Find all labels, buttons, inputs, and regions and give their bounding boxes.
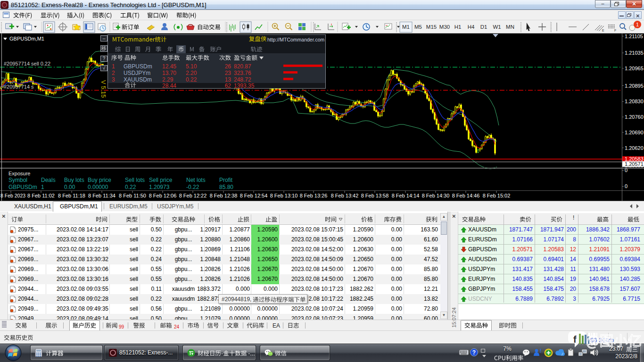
svg-text:0.22: 0.22 <box>125 184 136 190</box>
svg-text:#20957714 sell 0.22: #20957714 sell 0.22 <box>4 61 50 66</box>
svg-text:#20957714 s: #20957714 s <box>4 84 34 90</box>
svg-text:8 Feb 11:18: 8 Feb 11:18 <box>58 193 85 198</box>
svg-text:8 Feb 12:54: 8 Feb 12:54 <box>240 193 268 198</box>
svg-text:H1: H1 <box>454 24 462 30</box>
svg-text:M5: M5 <box>414 24 422 30</box>
svg-text:1: 1 <box>636 22 639 27</box>
svg-text:Symbol: Symbol <box>8 177 27 183</box>
svg-text:0.00000: 0.00000 <box>88 184 108 190</box>
svg-text:1.20965: 1.20965 <box>625 66 644 71</box>
svg-text:0: 0 <box>625 167 627 173</box>
svg-text:MN: MN <box>506 24 514 30</box>
svg-text:1.20690: 1.20690 <box>625 130 644 135</box>
svg-text:M1: M1 <box>402 24 410 30</box>
svg-text:8 Feb 12:38: 8 Feb 12:38 <box>210 193 238 198</box>
svg-text:8 Feb 13:26: 8 Feb 13:26 <box>300 193 328 198</box>
svg-text:8 Feb 12:06: 8 Feb 12:06 <box>149 193 177 198</box>
svg-text:1.21035: 1.21035 <box>625 50 644 56</box>
svg-text:8 Feb 15:02: 8 Feb 15:02 <box>483 193 511 198</box>
svg-text:GBPUSDm,M1: GBPUSDm,M1 <box>9 36 44 41</box>
svg-text:?: ? <box>472 349 476 356</box>
svg-text:8 Feb 11:50: 8 Feb 11:50 <box>119 193 146 198</box>
svg-text:1.20973: 1.20973 <box>149 184 170 190</box>
svg-text:GBPUSDm: GBPUSDm <box>8 184 37 190</box>
svg-text:E: E <box>602 29 604 32</box>
svg-text:1.20571: 1.20571 <box>625 161 644 167</box>
svg-text:!: ! <box>540 348 541 354</box>
svg-text:M30: M30 <box>439 24 450 30</box>
svg-text:W1: W1 <box>493 24 501 30</box>
svg-text:F: F <box>614 29 616 32</box>
svg-text:Exposure: Exposure <box>8 171 30 176</box>
svg-text:Sell lots: Sell lots <box>125 177 145 183</box>
svg-text:1: 1 <box>41 184 44 190</box>
svg-text:8 Feb 13:58: 8 Feb 13:58 <box>361 193 389 198</box>
svg-text:Deals: Deals <box>41 177 56 183</box>
svg-text:8 Feb 11:02: 8 Feb 11:02 <box>27 193 55 198</box>
svg-text:8 Feb 14:14: 8 Feb 14:14 <box>392 193 420 198</box>
svg-text:1.21105: 1.21105 <box>625 33 643 39</box>
svg-text:0: 0 <box>625 183 627 189</box>
svg-text:Profit: Profit <box>219 177 233 183</box>
svg-text:0.00: 0.00 <box>64 184 75 190</box>
svg-text:D1: D1 <box>480 24 487 30</box>
svg-text:Buy lots: Buy lots <box>64 177 84 183</box>
svg-text:1.20760: 1.20760 <box>625 114 644 120</box>
svg-text:Sell price: Sell price <box>149 177 173 183</box>
svg-text:8 Feb 2023: 8 Feb 2023 <box>0 193 25 198</box>
svg-text:8 Feb 14:30: 8 Feb 14:30 <box>422 193 450 198</box>
svg-text:V 5.15: V 5.15 <box>100 80 107 98</box>
svg-text:Net lots: Net lots <box>186 177 206 183</box>
svg-text:85.80: 85.80 <box>219 184 233 190</box>
svg-text:Buy price: Buy price <box>88 177 111 183</box>
svg-text:1.20895: 1.20895 <box>625 83 644 89</box>
svg-text:8 Feb 12:22: 8 Feb 12:22 <box>179 193 207 198</box>
svg-text:8 Feb 14:46: 8 Feb 14:46 <box>452 193 480 198</box>
svg-text:8 Feb 13:10: 8 Feb 13:10 <box>270 193 298 198</box>
svg-text:M15: M15 <box>426 24 437 30</box>
svg-text:H4: H4 <box>468 24 475 30</box>
svg-text:1.20620: 1.20620 <box>625 145 644 151</box>
svg-text:8 Feb 13:42: 8 Feb 13:42 <box>331 193 359 198</box>
svg-text:-0.22: -0.22 <box>186 184 199 190</box>
svg-text:1.20830: 1.20830 <box>625 99 644 104</box>
svg-text:8 Feb 11:34: 8 Feb 11:34 <box>88 193 116 198</box>
